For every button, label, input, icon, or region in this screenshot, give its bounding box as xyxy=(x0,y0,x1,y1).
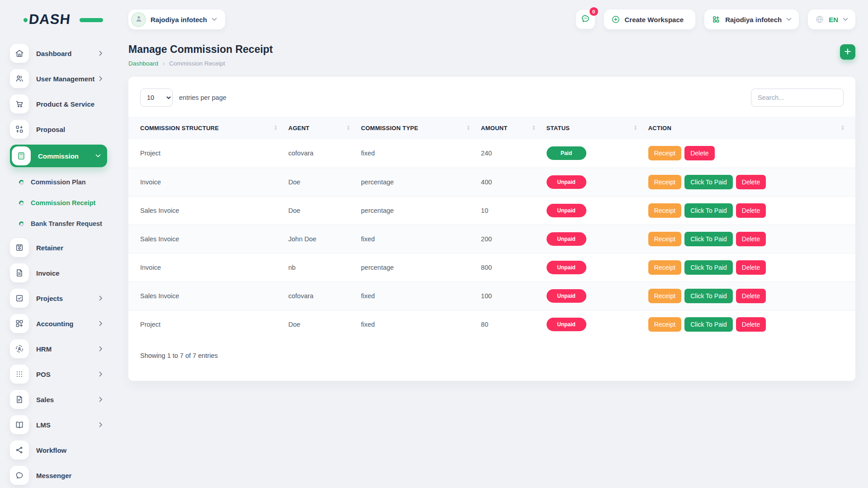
cell-amount: 10 xyxy=(481,196,547,225)
sales-icon xyxy=(10,390,29,409)
entries-per-page-select[interactable]: 10 xyxy=(140,89,173,107)
sort-icon[interactable]: ▲▼ xyxy=(532,125,536,130)
cell-agent: cofovara xyxy=(288,139,361,168)
cell-amount: 800 xyxy=(481,253,547,282)
create-workspace-button[interactable]: Create Workspace xyxy=(604,9,696,29)
click-to-paid-button[interactable]: Click To Paid xyxy=(684,203,733,218)
sidebar-item-proposal[interactable]: Proposal xyxy=(10,119,109,139)
sidebar-item-label: Sales xyxy=(36,396,99,404)
cell-action: ReceiptClick To PaidDelete xyxy=(648,168,855,196)
bullet-circle-icon xyxy=(18,200,24,206)
sidebar-item-messenger[interactable]: Messenger xyxy=(10,465,109,485)
sidebar-item-lms[interactable]: LMS xyxy=(10,415,109,435)
sort-icon[interactable]: ▲▼ xyxy=(467,125,470,130)
sort-icon[interactable]: ▲▼ xyxy=(274,125,278,130)
status-badge: Paid xyxy=(547,146,586,160)
sidebar-item-label: Workflow xyxy=(36,446,109,454)
company-selector[interactable]: Rajodiya infotech xyxy=(704,9,799,29)
click-to-paid-button[interactable]: Click To Paid xyxy=(684,232,733,246)
receipt-button[interactable]: Receipt xyxy=(648,146,681,160)
delete-button[interactable]: Delete xyxy=(736,203,766,218)
delete-button[interactable]: Delete xyxy=(736,232,766,246)
search-input[interactable] xyxy=(751,89,844,107)
language-selector[interactable]: EN xyxy=(808,9,855,29)
cell-action: ReceiptClick To PaidDelete xyxy=(648,196,855,225)
receipt-button[interactable]: Receipt xyxy=(648,203,681,218)
sidebar-item-label: POS xyxy=(36,371,99,378)
accounting-icon xyxy=(10,314,29,333)
breadcrumb-current: Commission Receipt xyxy=(169,60,225,67)
cell-agent: Doe xyxy=(288,310,361,338)
cell-status: Paid xyxy=(547,139,648,168)
sidebar-item-dashboard[interactable]: Dashboard xyxy=(10,43,109,63)
sidebar-item-workflow[interactable]: Workflow xyxy=(10,440,109,460)
breadcrumb: Dashboard › Commission Receipt xyxy=(128,60,273,67)
chevron-right-icon xyxy=(99,397,103,402)
person-icon xyxy=(134,14,143,25)
cell-status: Unpaid xyxy=(547,225,648,253)
sidebar-item-sales[interactable]: Sales xyxy=(10,389,109,409)
table-head: COMMISSION STRUCTURE▲▼AGENT▲▼COMMISSION … xyxy=(128,117,855,139)
workspace-avatar xyxy=(131,12,146,27)
cell-commission-type: fixed xyxy=(361,282,481,310)
sort-icon[interactable]: ▲▼ xyxy=(841,125,844,130)
status-badge: Unpaid xyxy=(547,289,586,303)
sidebar-item-retainer[interactable]: Retainer xyxy=(10,238,109,258)
sidebar-item-accounting[interactable]: Accounting xyxy=(10,314,109,333)
sidebar-item-projects[interactable]: Projects xyxy=(10,288,109,308)
topbar: Rajodiya infotech 0 Create Workspace Raj… xyxy=(128,6,855,33)
sidebar-item-label: Retainer xyxy=(36,244,109,252)
sidebar-item-invoice[interactable]: Invoice xyxy=(10,263,109,283)
chat-icon xyxy=(580,14,590,25)
delete-button[interactable]: Delete xyxy=(684,146,714,160)
receipt-button[interactable]: Receipt xyxy=(648,260,681,275)
chevron-down-icon xyxy=(212,18,217,21)
lms-icon xyxy=(10,415,29,434)
cell-commission-type: percentage xyxy=(361,253,481,282)
sidebar-subitem-bank-transfer-request[interactable]: Bank Transfer Request xyxy=(19,213,115,234)
cell-commission-type: percentage xyxy=(361,168,481,196)
entries-per-page: 10 entries per page xyxy=(140,89,226,107)
sort-icon[interactable]: ▲▼ xyxy=(347,125,350,130)
sort-icon[interactable]: ▲▼ xyxy=(634,125,637,130)
delete-button[interactable]: Delete xyxy=(736,289,766,303)
cell-agent: cofovara xyxy=(288,282,361,310)
delete-button[interactable]: Delete xyxy=(736,317,766,332)
sidebar-subitem-commission-receipt[interactable]: Commission Receipt xyxy=(19,192,115,213)
receipt-button[interactable]: Receipt xyxy=(648,289,681,303)
click-to-paid-button[interactable]: Click To Paid xyxy=(684,317,733,332)
sidebar-item-product-service[interactable]: Product & Service xyxy=(10,94,109,114)
status-badge: Unpaid xyxy=(547,261,586,274)
sidebar-item-commission[interactable]: Commission xyxy=(10,145,107,167)
click-to-paid-button[interactable]: Click To Paid xyxy=(684,175,733,189)
workspace-selector[interactable]: Rajodiya infotech xyxy=(128,9,225,29)
receipt-button[interactable]: Receipt xyxy=(648,232,681,246)
click-to-paid-button[interactable]: Click To Paid xyxy=(684,260,733,275)
status-badge: Unpaid xyxy=(547,204,586,217)
receipt-button[interactable]: Receipt xyxy=(648,175,681,189)
sidebar-item-hrm[interactable]: HRM xyxy=(10,339,109,359)
add-commission-receipt-button[interactable] xyxy=(840,44,855,60)
sidebar-item-label: LMS xyxy=(36,421,99,429)
breadcrumb-dashboard-link[interactable]: Dashboard xyxy=(128,60,158,67)
sidebar-item-label: Projects xyxy=(36,295,99,302)
sidebar-item-label: Product & Service xyxy=(36,100,109,108)
chevron-right-icon xyxy=(99,296,103,301)
click-to-paid-button[interactable]: Click To Paid xyxy=(684,289,733,303)
sidebar-subitem-commission-plan[interactable]: Commission Plan xyxy=(19,172,115,192)
delete-button[interactable]: Delete xyxy=(736,175,766,189)
receipt-button[interactable]: Receipt xyxy=(648,317,681,332)
column-header-agent: AGENT▲▼ xyxy=(288,117,361,139)
column-header-action: ACTION▲▼ xyxy=(648,117,855,139)
sidebar-nav: DashboardUser ManagementProduct & Servic… xyxy=(0,41,115,488)
sidebar-item-user-management[interactable]: User Management xyxy=(10,69,109,89)
messages-button[interactable]: 0 xyxy=(576,10,595,29)
entries-per-page-label: entries per page xyxy=(179,94,226,101)
delete-button[interactable]: Delete xyxy=(736,260,766,275)
app-logo[interactable]: DASH xyxy=(29,11,88,28)
cell-amount: 200 xyxy=(481,225,547,253)
table-row: InvoiceDoepercentage400UnpaidReceiptClic… xyxy=(128,168,855,196)
column-header-label: COMMISSION TYPE xyxy=(361,125,419,131)
cell-action: ReceiptClick To PaidDelete xyxy=(648,282,855,310)
sidebar-item-pos[interactable]: POS xyxy=(10,364,109,384)
